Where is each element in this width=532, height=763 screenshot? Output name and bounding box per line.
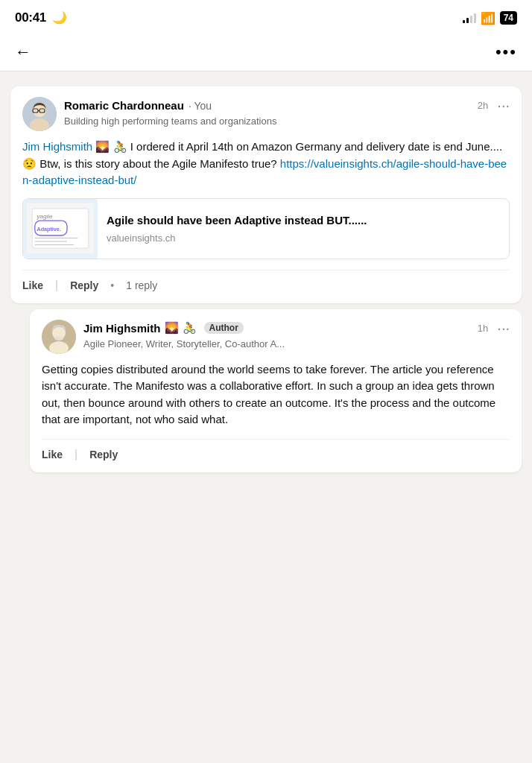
comment-header-jim: Jim Highsmith 🌄 🚴 Author 1h ··· Agile Pi… [42, 320, 510, 354]
link-preview-title: Agile should have been Adaptive instead … [107, 213, 367, 228]
avatar-jim[interactable] [42, 320, 76, 354]
status-bar: 00:41 🌙 📶 74 [0, 0, 532, 33]
emoji-sunset-bike-jim: 🌄 🚴 [165, 321, 196, 335]
comment-meta-top-romaric: Romaric Chardonneau · You 2h ··· [64, 97, 510, 114]
link-preview-domain: valueinsights.ch [107, 232, 367, 244]
link-preview-card[interactable]: yagile Adaptive. Agile should have been … [22, 198, 510, 259]
more-options-button[interactable]: ••• [495, 42, 517, 62]
moon-icon: 🌙 [52, 11, 67, 24]
comment-meta-jim: Jim Highsmith 🌄 🚴 Author 1h ··· Agile Pi… [83, 320, 510, 349]
link-preview-image: yagile Adaptive. [23, 199, 98, 259]
svg-text:Adaptive.: Adaptive. [37, 226, 61, 232]
preview-sketch-svg: yagile Adaptive. [27, 200, 94, 256]
comment-meta-top-jim: Jim Highsmith 🌄 🚴 Author 1h ··· [83, 320, 510, 337]
comments-feed: Romaric Chardonneau · You 2h ··· Buildin… [0, 72, 532, 487]
comment-meta-romaric: Romaric Chardonneau · You 2h ··· Buildin… [64, 97, 510, 127]
subtitle-romaric: Building high performing teams and organ… [64, 115, 510, 127]
comment-card-romaric: Romaric Chardonneau · You 2h ··· Buildin… [10, 86, 522, 303]
comment-card-jim: Jim Highsmith 🌄 🚴 Author 1h ··· Agile Pi… [30, 309, 522, 472]
name-row-jim: Jim Highsmith 🌄 🚴 Author [83, 321, 244, 335]
battery-level: 74 [504, 13, 513, 23]
battery-indicator: 74 [500, 11, 517, 25]
comment-actions-jim: Like | Reply [42, 439, 510, 462]
time-romaric: 2h [478, 100, 488, 111]
comment-actions-romaric: Like | Reply • 1 reply [22, 270, 510, 293]
you-label: · You [189, 100, 212, 112]
like-button-romaric[interactable]: Like [22, 278, 43, 293]
mention-jim[interactable]: Jim Highsmith [22, 140, 92, 153]
status-right-icons: 📶 74 [463, 11, 517, 25]
more-options-romaric[interactable]: ··· [493, 97, 510, 114]
avatar-romaric[interactable] [22, 97, 57, 131]
subtitle-jim: Agile Pioneer, Writer, Storyteller, Co-a… [83, 338, 510, 349]
reply-button-jim[interactable]: Reply [89, 447, 118, 462]
like-button-jim[interactable]: Like [42, 447, 63, 462]
reply-button-romaric[interactable]: Reply [70, 278, 98, 293]
time-jim: 1h [478, 323, 488, 334]
svg-point-18 [54, 336, 63, 341]
action-divider-2: | [75, 448, 77, 461]
author-name-jim: Jim Highsmith [83, 322, 160, 335]
name-row-romaric: Romaric Chardonneau · You [64, 99, 212, 112]
reply-dot: • [110, 279, 114, 291]
avatar-svg-jim [42, 320, 76, 354]
avatar-svg-romaric [22, 97, 57, 131]
status-time-group: 00:41 🌙 [15, 10, 67, 25]
reply-count-romaric[interactable]: 1 reply [126, 279, 157, 291]
author-badge-jim: Author [204, 322, 244, 334]
signal-icon [463, 13, 476, 23]
comment-body-romaric: Jim Highsmith 🌄 🚴 I ordered it April 14t… [22, 139, 510, 189]
wifi-icon: 📶 [481, 11, 495, 25]
comment-body-jim: Getting copies distributed around the wo… [42, 361, 510, 428]
nav-bar: ← ••• [0, 33, 532, 72]
emoji-sunset-bike: 🌄 🚴 [95, 140, 127, 153]
link-preview-text-area: Agile should have been Adaptive instead … [98, 199, 376, 259]
comment-header-romaric: Romaric Chardonneau · You 2h ··· Buildin… [22, 97, 510, 131]
svg-text:yagile: yagile [37, 213, 54, 220]
more-options-jim[interactable]: ··· [493, 320, 510, 337]
author-name-romaric: Romaric Chardonneau [64, 99, 184, 112]
back-button[interactable]: ← [15, 39, 37, 65]
action-divider-1: | [55, 279, 58, 292]
status-time: 00:41 [15, 10, 46, 25]
